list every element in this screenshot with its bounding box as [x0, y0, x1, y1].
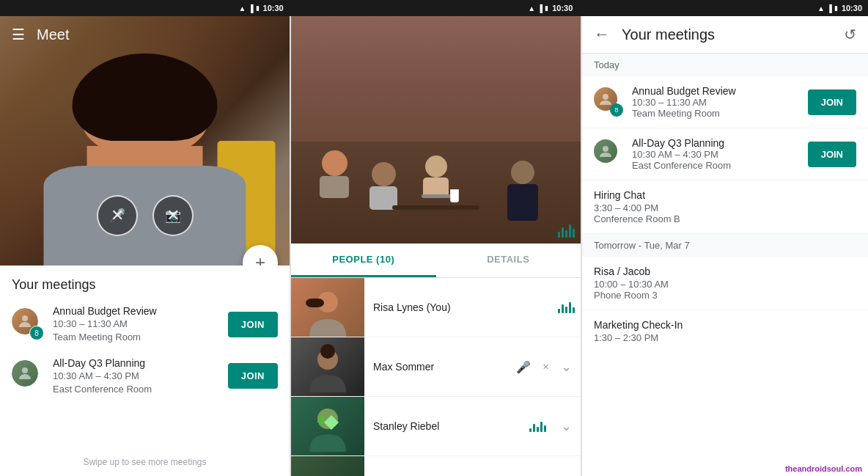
right-meeting-title-hiring: Hiring Chat: [594, 189, 856, 201]
mute-video-button[interactable]: 📷 ✕: [152, 195, 194, 236]
meeting-info-2: All-Day Q3 Planning 10:30 AM – 4:30 PM E…: [53, 356, 219, 397]
right-meeting-room-budget: Team Meeting Room: [632, 108, 799, 119]
person-thumbnail-risa: [291, 278, 364, 337]
today-section-header: Today: [582, 54, 868, 76]
back-button[interactable]: ←: [594, 25, 610, 44]
meeting-avatar-2: [12, 360, 44, 392]
hamburger-icon[interactable]: ☰: [12, 26, 25, 43]
tab-details[interactable]: DETAILS: [436, 244, 581, 277]
person-thumbnail-stanley: [291, 397, 364, 455]
right-meeting-time-hiring: 3:30 – 4:00 PM: [594, 202, 856, 213]
right-join-button-budget[interactable]: JOIN: [808, 89, 856, 115]
wifi-icon-3: ▲: [817, 4, 825, 12]
meeting-title-2: All-Day Q3 Planning: [53, 356, 219, 370]
person-row-boardroom: Board Room ⌄: [291, 456, 581, 476]
battery-icon-2: ▮: [545, 4, 548, 12]
right-meeting-item-marketing: Marketing Check-In 1:30 – 2:30 PM: [582, 310, 868, 352]
right-meeting-item-hiring: Hiring Chat 3:30 – 4:00 PM Conference Ro…: [582, 180, 868, 234]
meeting-room-2: East Conference Room: [53, 383, 219, 396]
person-row-stanley: Stanley Riebel ⌄: [291, 397, 581, 456]
person-row-max: Max Sommer 🎤 ✕ ⌄: [291, 337, 581, 397]
status-time-1: 10:30: [263, 4, 284, 12]
video-header: ☰ Meet: [0, 16, 290, 53]
right-meeting-title-q3: All-Day Q3 Planning: [632, 137, 799, 149]
panel-title: Your meetings: [622, 26, 832, 43]
meeting-time-2: 10:30 AM – 4:30 PM: [53, 370, 219, 383]
swipe-hint: Swipe up to see more meetings: [0, 451, 290, 476]
meetings-section-title: Your meetings: [12, 277, 278, 293]
watermark: theandroidsoul.com: [785, 464, 862, 473]
status-time-2: 10:30: [552, 4, 573, 12]
battery-icon-3: ▮: [834, 4, 838, 12]
svg-point-5: [320, 344, 335, 359]
app-title: Meet: [37, 26, 69, 43]
right-meeting-time-budget: 10:30 – 11:30 AM: [632, 97, 799, 108]
meetings-list-panel: Your meetings 8 Annual Bud: [0, 266, 290, 451]
right-meeting-room-q3: East Conference Room: [632, 160, 799, 171]
right-avatar-badge-budget: 8: [610, 103, 623, 117]
right-meeting-time-marketing: 1:30 – 2:30 PM: [594, 332, 856, 343]
person-name-risa: Risa Lynes (You): [373, 301, 549, 313]
tomorrow-section-header: Tomorrow - Tue, Mar 7: [582, 234, 868, 257]
svg-point-0: [22, 315, 28, 321]
status-time-3: 10:30: [842, 4, 862, 12]
meeting-info-1: Annual Budget Review 10:30 – 11:30 AM Te…: [53, 304, 219, 345]
mute-audio-button[interactable]: 🎤 ✕: [97, 195, 138, 236]
group-video: [291, 16, 581, 244]
avatar-count-1: 8: [29, 326, 44, 340]
wifi-icon-1: ▲: [239, 4, 246, 12]
svg-point-9: [603, 94, 608, 100]
right-avatar-q3: [594, 139, 623, 169]
signal-icon-2: ▐: [537, 4, 542, 12]
signal-icon-1: ▐: [248, 4, 253, 12]
right-meeting-title-budget: Annual Budget Review: [632, 85, 799, 97]
person-thumbnail-boardroom: [291, 456, 364, 476]
right-meeting-info-q3: All-Day Q3 Planning 10:30 AM – 4:30 PM E…: [632, 137, 799, 171]
right-meeting-item-q3: All-Day Q3 Planning 10:30 AM – 4:30 PM E…: [582, 128, 868, 180]
right-meeting-time-q3: 10:30 AM – 4:30 PM: [632, 149, 799, 160]
person-thumbnail-max: [291, 337, 364, 396]
person-row-risa: Risa Lynes (You): [291, 278, 581, 337]
right-join-button-q3[interactable]: JOIN: [808, 142, 856, 167]
meeting-item-2: All-Day Q3 Planning 10:30 AM – 4:30 PM E…: [12, 356, 278, 397]
meeting-room-1: Team Meeting Room: [53, 331, 219, 344]
meeting-time-1: 10:30 – 11:30 AM: [53, 318, 219, 331]
right-meeting-time-risa-jacob: 10:00 – 10:30 AM: [594, 279, 856, 290]
chevron-max[interactable]: ⌄: [561, 359, 581, 375]
meeting-item-1: 8 Annual Budget Review 10:30 – 11:30 AM …: [12, 304, 278, 345]
people-list: Risa Lynes (You): [291, 278, 581, 476]
audio-bars-stanley: [529, 420, 552, 432]
right-meeting-room-hiring: Conference Room B: [594, 213, 856, 224]
signal-icon-3: ▐: [827, 4, 832, 12]
audio-bars-risa: [558, 301, 581, 313]
chevron-stanley[interactable]: ⌄: [561, 418, 581, 434]
right-meeting-title-marketing: Marketing Check-In: [594, 319, 856, 331]
join-button-2[interactable]: JOIN: [228, 363, 278, 389]
right-meeting-item-risa-jacob: Risa / Jacob 10:00 – 10:30 AM Phone Room…: [582, 257, 868, 310]
person-name-stanley: Stanley Riebel: [373, 420, 521, 432]
battery-icon-1: ▮: [256, 4, 260, 12]
video-preview-left: ☰ Meet 🎤 ✕ 📷 ✕ +: [0, 16, 290, 266]
panel-right-header: ← Your meetings ↻: [582, 16, 868, 54]
right-avatar-budget: 8: [594, 87, 623, 117]
right-meeting-item-budget: 8 Annual Budget Review 10:30 – 11:30 AM …: [582, 76, 868, 128]
mic-slash-max: ✕: [542, 362, 552, 372]
meeting-title-1: Annual Budget Review: [53, 304, 219, 318]
mic-off-icon-max: 🎤: [516, 360, 534, 374]
tabs-bar: PEOPLE (10) DETAILS: [291, 244, 581, 278]
wifi-icon-2: ▲: [528, 4, 535, 12]
right-meeting-info-budget: Annual Budget Review 10:30 – 11:30 AM Te…: [632, 85, 799, 119]
audio-indicator-group: [558, 223, 575, 238]
tab-people[interactable]: PEOPLE (10): [291, 244, 436, 277]
svg-rect-3: [306, 299, 324, 307]
video-controls: 🎤 ✕ 📷 ✕: [97, 195, 194, 236]
meeting-avatar-1: 8: [12, 308, 44, 340]
refresh-button[interactable]: ↻: [844, 26, 856, 43]
person-name-max: Max Sommer: [373, 361, 507, 373]
right-meeting-room-risa-jacob: Phone Room 3: [594, 290, 856, 301]
svg-point-10: [603, 146, 608, 152]
svg-point-1: [22, 367, 28, 373]
join-button-1[interactable]: JOIN: [228, 312, 278, 337]
right-meeting-title-risa-jacob: Risa / Jacob: [594, 266, 856, 277]
